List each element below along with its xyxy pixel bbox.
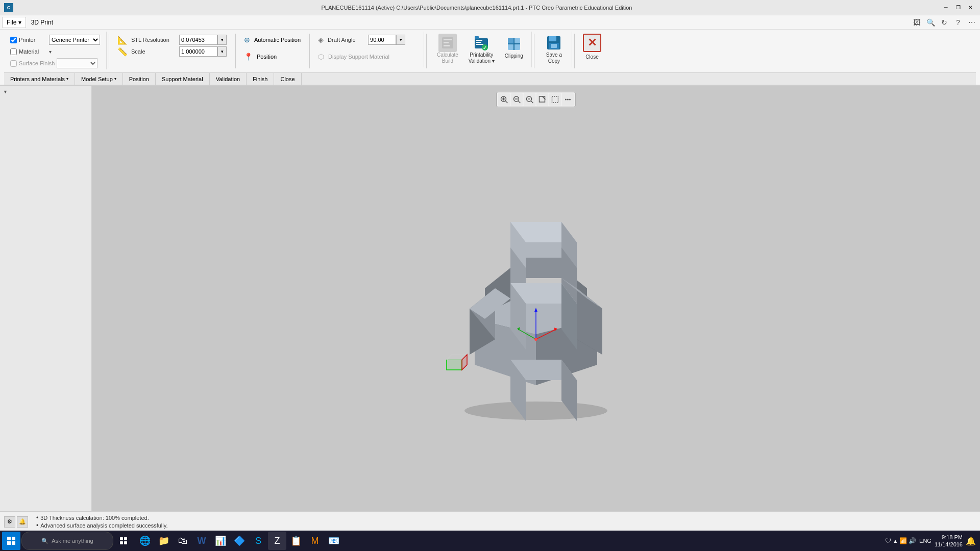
language-indicator[interactable]: ENG bbox=[919, 538, 932, 544]
close-ribbon-label: Close bbox=[585, 54, 599, 60]
separator-6 bbox=[574, 34, 575, 68]
task-view-button[interactable] bbox=[114, 532, 133, 550]
scale-dropdown[interactable]: ▾ bbox=[217, 46, 227, 57]
menu-3dprint[interactable]: 3D Print bbox=[27, 17, 57, 28]
status-text-2: Advanced surface analysis completed succ… bbox=[40, 522, 167, 529]
tab-support-material[interactable]: Support Material bbox=[156, 73, 210, 85]
tab-finish-label: Finish bbox=[253, 76, 267, 82]
taskbar-clock[interactable]: 9:18 PM 11/14/2016 bbox=[935, 534, 963, 548]
svg-point-33 bbox=[565, 99, 567, 101]
close-window-button[interactable]: ✕ bbox=[965, 2, 976, 13]
status-message-1: • 3D Thickness calculation: 100% complet… bbox=[36, 514, 167, 521]
clipping-label: Clipping bbox=[505, 53, 523, 59]
restore-button[interactable]: ❐ bbox=[952, 2, 964, 13]
position-row: 📍 Position bbox=[244, 52, 301, 62]
display-support-row: ⬡ Display Support Material bbox=[318, 52, 405, 62]
close-x-icon: ✕ bbox=[587, 36, 597, 49]
time-display: 9:18 PM bbox=[942, 534, 963, 541]
stl-resolution-dropdown[interactable]: ▾ bbox=[217, 35, 227, 45]
clipping-button[interactable]: Clipping bbox=[501, 32, 527, 62]
svg-rect-18 bbox=[551, 44, 557, 48]
tab-close[interactable]: Close bbox=[274, 73, 301, 85]
taskbar-word[interactable]: W bbox=[192, 532, 211, 550]
tab-printers-materials[interactable]: Printers and Materials ▾ bbox=[4, 73, 75, 85]
menu-file[interactable]: File ▾ bbox=[2, 17, 26, 28]
surface-finish-checkbox[interactable] bbox=[10, 60, 17, 67]
network-tray-icon[interactable]: 📶 bbox=[899, 537, 907, 544]
tab-support-label: Support Material bbox=[162, 76, 203, 82]
taskbar-app2[interactable]: 🔷 bbox=[230, 532, 249, 550]
taskbar-app3[interactable]: Z bbox=[268, 532, 286, 550]
header-search-icon[interactable]: 🔍 bbox=[924, 16, 937, 29]
printer-row: Printer Generic Printer bbox=[10, 35, 100, 45]
draft-angle-dropdown[interactable]: ▾ bbox=[396, 35, 405, 45]
select-mode-button[interactable] bbox=[549, 93, 561, 106]
volume-tray-icon[interactable]: 🔊 bbox=[909, 537, 916, 544]
save-copy-label: Save aCopy bbox=[546, 52, 562, 64]
panel-header: ▼ bbox=[2, 88, 89, 96]
scale-label: Scale bbox=[131, 48, 177, 55]
header-more-icon[interactable]: ⋯ bbox=[966, 16, 978, 29]
zoom-out-button[interactable] bbox=[511, 93, 523, 106]
search-icon: 🔍 bbox=[41, 538, 48, 544]
ribbon-group-model-setup: 📐 STL Resolution ▾ 📏 Scale ▾ bbox=[111, 32, 233, 67]
taskbar-search[interactable]: 🔍 Ask me anything bbox=[21, 532, 113, 550]
tab-finish[interactable]: Finish bbox=[247, 73, 274, 85]
taskbar-ie[interactable]: 🌐 bbox=[136, 532, 154, 550]
status-icon-1[interactable]: ⚙ bbox=[4, 516, 15, 528]
draft-angle-input[interactable] bbox=[368, 35, 396, 45]
start-button[interactable] bbox=[2, 532, 20, 550]
tab-position[interactable]: Position bbox=[123, 73, 156, 85]
taskbar-app4[interactable]: 📋 bbox=[287, 532, 305, 550]
tab-printers-arrow: ▾ bbox=[66, 77, 68, 81]
zoom-in-button[interactable] bbox=[498, 93, 510, 106]
header-help-icon[interactable]: ? bbox=[952, 16, 964, 29]
taskbar-app5[interactable]: M bbox=[306, 532, 324, 550]
scale-input[interactable] bbox=[179, 46, 217, 57]
tab-model-label: Model Setup bbox=[81, 76, 113, 82]
header-sync-icon[interactable]: ↻ bbox=[938, 16, 950, 29]
calculate-build-button[interactable]: CalculateBuild bbox=[433, 32, 462, 66]
close-ribbon-button[interactable]: ✕ Close bbox=[581, 32, 603, 62]
clipping-icon bbox=[505, 35, 523, 53]
taskbar-skype[interactable]: S bbox=[249, 532, 267, 550]
search-placeholder: Ask me anything bbox=[52, 538, 93, 544]
minimize-button[interactable]: ─ bbox=[940, 2, 951, 13]
display-support-label: Display Support Material bbox=[328, 54, 389, 60]
view-reset-button[interactable] bbox=[536, 93, 549, 106]
panel-filter-icon[interactable]: ▼ bbox=[3, 89, 8, 94]
material-checkbox[interactable] bbox=[10, 48, 17, 55]
printability-icon: ✓ bbox=[472, 34, 491, 52]
status-text-1: 3D Thickness calculation: 100% completed… bbox=[40, 515, 149, 521]
taskbar-outlook[interactable]: 📧 bbox=[325, 532, 343, 550]
stl-input-group: ▾ bbox=[179, 35, 227, 45]
display-support-icon: ⬡ bbox=[318, 53, 324, 61]
zoom-fit-button[interactable] bbox=[524, 93, 536, 106]
up-arrow-tray[interactable]: ▲ bbox=[893, 538, 898, 544]
taskbar-explorer[interactable]: 📁 bbox=[155, 532, 173, 550]
taskbar-app1[interactable]: 📊 bbox=[211, 532, 230, 550]
material-dropdown-arrow[interactable]: ▾ bbox=[49, 49, 52, 55]
tab-validation[interactable]: Validation bbox=[210, 73, 247, 85]
notification-icon[interactable]: 🔔 bbox=[966, 536, 976, 546]
status-icon-2[interactable]: 🔔 bbox=[17, 516, 28, 528]
printability-validation-button[interactable]: ✓ PrintabilityValidation ▾ bbox=[464, 32, 499, 66]
header-thumbnail-icon[interactable]: 🖼 bbox=[911, 16, 923, 29]
printer-select[interactable]: Generic Printer bbox=[49, 35, 100, 45]
menu-bar: File ▾ 3D Print 🖼 🔍 ↻ ? ⋯ bbox=[0, 15, 980, 30]
antivirus-tray-icon[interactable]: 🛡 bbox=[885, 537, 891, 544]
svg-rect-76 bbox=[7, 541, 11, 545]
svg-line-27 bbox=[531, 101, 533, 103]
svg-line-20 bbox=[506, 101, 508, 103]
svg-rect-5 bbox=[476, 40, 482, 41]
viewport[interactable] bbox=[92, 86, 980, 511]
stl-resolution-input[interactable] bbox=[179, 35, 217, 45]
status-messages: • 3D Thickness calculation: 100% complet… bbox=[36, 514, 167, 529]
scale-icon: 📏 bbox=[117, 47, 128, 57]
surface-finish-select[interactable] bbox=[57, 58, 97, 68]
tab-model-setup[interactable]: Model Setup ▾ bbox=[75, 73, 123, 85]
printer-checkbox[interactable] bbox=[10, 37, 17, 43]
save-copy-button[interactable]: Save aCopy bbox=[541, 32, 567, 66]
taskbar-store[interactable]: 🛍 bbox=[174, 532, 192, 550]
more-tools-button[interactable] bbox=[562, 93, 574, 106]
